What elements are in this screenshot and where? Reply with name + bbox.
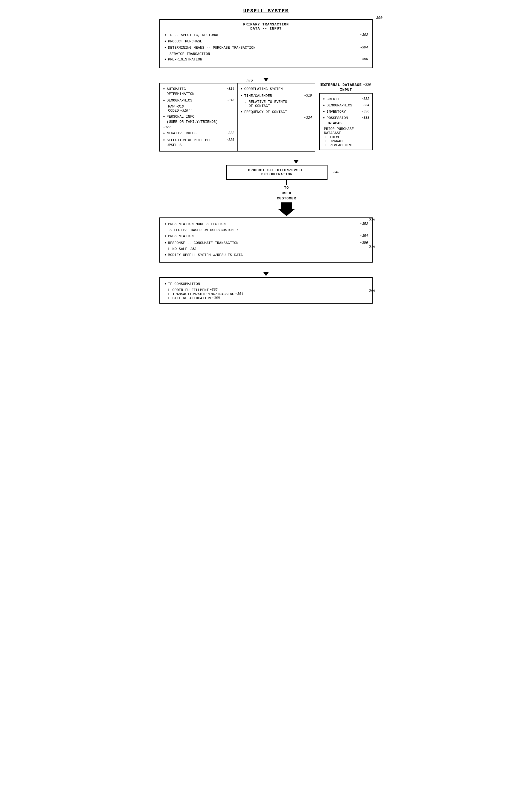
ext-db-box: • CREDIT ~332 • DEMOGRAPHICS ~334 • INVE…	[319, 93, 373, 150]
item-ext-demo: • DEMOGRAPHICS ~334	[323, 103, 369, 108]
ref-312: 312	[247, 79, 253, 83]
ref-364: ~364	[235, 292, 243, 296]
page-title: UPSELL SYSTEM	[159, 8, 373, 14]
item-theme: L THEME	[325, 135, 369, 139]
item-pres-mode: • PRESENTATION MODE SELECTION ~352 SELEC…	[164, 222, 368, 232]
item-freq-contact: • FREQUENCY OF CONTACT	[240, 110, 312, 115]
bullet-prereg: •	[164, 57, 167, 62]
presentation-box: • PRESENTATION MODE SELECTION ~352 SELEC…	[159, 217, 373, 263]
ref-316pp: ~316''	[180, 109, 192, 113]
item-relative-events: L RELATIVE TO EVENTS	[245, 100, 312, 104]
primary-transaction-box: 300 PRIMARY TRANSACTION DATA -- INPUT • …	[159, 19, 373, 68]
to-user-label: TO USER CUSTOMER	[277, 185, 296, 201]
item-time-cal: • TIME/CALENDER ~318 L RELATIVE TO EVENT…	[240, 94, 312, 108]
item-billing-allocation: L BILLING ALLOCATION ~368	[168, 296, 368, 300]
ref-340: ~340	[331, 170, 339, 174]
arrow-310-to-product	[159, 152, 373, 165]
product-sel-line2: DETERMINATION	[232, 172, 322, 177]
item-personal-info: • PERSONAL INFO(USER OR FAMILY/FRIENDS) …	[163, 114, 234, 129]
text-id: ID -- SPECIFIC, REGIONAL	[168, 33, 360, 38]
ref-300: 300	[376, 16, 382, 20]
final-box: • IF CONSUMMATION L ORDER FULFILLMENT ~3…	[159, 277, 373, 304]
page: UPSELL SYSTEM 300 PRIMARY TRANSACTION DA…	[159, 8, 373, 803]
primary-box-title: PRIMARY TRANSACTION DATA -- INPUT	[164, 22, 368, 31]
presentation-section: 350 370 • PRESENTATION MODE SELECTION ~3…	[159, 217, 373, 263]
item-upgrade: L UPGRADE	[325, 139, 369, 143]
item-demographics: • DEMOGRAPHICS ~316 RAW ~316' CODED ~316…	[163, 98, 234, 113]
ref-324: ~324	[240, 116, 312, 120]
item-of-contact: L OF CONTACT	[245, 104, 312, 108]
ref-316: ~316	[226, 98, 234, 103]
item-multiple-upsells: • SELECTION OF MULTIPLE UPSELLS ~326	[163, 138, 234, 148]
ref-304: ~304	[360, 45, 368, 50]
box-310-right: • CORRELATING SYSTEM • TIME/CALENDER ~31…	[238, 83, 315, 151]
ext-db-label: EXTERNAL DATABASE	[321, 83, 362, 87]
item-demo-coded: CODED ~316''	[168, 109, 234, 113]
box-310: • AUTOMATICDETERMINATION ~314 • DEMOGRAP…	[159, 83, 315, 152]
item-if-consummation: • IF CONSUMMATION	[164, 282, 368, 287]
text-pp: PRODUCT PURCHASE	[168, 39, 368, 44]
ref-356: ~356	[360, 241, 368, 245]
ref-368: ~368	[212, 296, 220, 300]
ref-362: ~362	[210, 288, 218, 292]
arrow-primary-to-310	[159, 68, 373, 83]
arrow-pres-to-final	[159, 263, 373, 277]
item-order-fulfillment: L ORDER FULFILLMENT ~362	[168, 288, 368, 292]
ref-302: ~302	[360, 33, 368, 37]
box-310-left: • AUTOMATICDETERMINATION ~314 • DEMOGRAP…	[160, 83, 238, 151]
big-arrow-down	[278, 202, 295, 216]
external-db-section: EXTERNAL DATABASE ~330 INPUT • CREDIT ~3…	[319, 83, 373, 150]
ref-314: ~314	[226, 87, 234, 91]
item-id: • ID -- SPECIFIC, REGIONAL ~302	[164, 33, 368, 38]
ext-db-input-label: INPUT	[319, 88, 373, 92]
ref-358: ~358	[188, 247, 196, 251]
item-inventory: • INVENTORY ~336	[323, 109, 369, 114]
ref-332: ~332	[361, 97, 369, 102]
text-det: DETERMINING MEANS -- PURCHASE TRANSACTIO…	[168, 45, 360, 50]
ref-338: ~338	[361, 116, 369, 120]
ref-354: ~354	[360, 234, 368, 239]
item-prior-purchase: PRIOR PURCHASEDATABASE	[324, 127, 369, 135]
item-demo-raw: RAW ~316'	[168, 105, 234, 109]
bullet-det: •	[164, 45, 167, 50]
product-sel-box: PRODUCT SELECTION/UPSELL DETERMINATION ~…	[226, 165, 328, 180]
item-presentation: • PRESENTATION ~354	[164, 234, 368, 239]
product-sel-section: PRODUCT SELECTION/UPSELL DETERMINATION ~…	[159, 165, 373, 180]
final-section: 360 • IF CONSUMMATION L ORDER FULFILLMEN…	[159, 277, 373, 304]
middle-section: 312 310 • AUTOMATICDETERMINATION ~314 •	[159, 83, 373, 152]
ref-330: ~330	[363, 83, 371, 87]
product-sel-line1: PRODUCT SELECTION/UPSELL	[232, 168, 322, 172]
ref-352: ~352	[360, 222, 368, 227]
text-prereg: PRE-REGISTRATION	[168, 57, 360, 62]
item-possession-db: • POSSESSIONDATABASE ~338 PRIOR PURCHASE…	[323, 116, 369, 147]
item-negative-rules: • NEGATIVE RULES ~322	[163, 131, 234, 136]
ref-336: ~336	[361, 109, 369, 114]
ext-db-header: EXTERNAL DATABASE ~330	[319, 83, 373, 87]
item-determining: • DETERMINING MEANS -- PURCHASE TRANSACT…	[164, 45, 368, 56]
item-auto-det: • AUTOMATICDETERMINATION ~314	[163, 87, 234, 96]
item-modify-upsell: • MODIFY UPSELL SYSTEM w/RESULTS DATA	[164, 253, 368, 258]
ref-322: ~322	[226, 131, 234, 136]
item-replacement: L REPLACEMENT	[325, 143, 369, 148]
ref-306: ~306	[360, 57, 368, 62]
bullet-id: •	[164, 33, 167, 38]
bullet-pp: •	[164, 39, 167, 44]
to-user-section: TO USER CUSTOMER	[159, 180, 373, 216]
ref-334: ~334	[361, 103, 369, 108]
item-product-purchase: • PRODUCT PURCHASE	[164, 39, 368, 44]
item-prereg: • PRE-REGISTRATION ~306	[164, 57, 368, 62]
item-transaction-shipping: L TRANSACTION/SHIPPING/TRACKING ~364	[168, 292, 368, 296]
ref-326: ~326	[226, 138, 234, 142]
text-det-sub: SERVICE TRANSACTION	[170, 52, 368, 56]
item-pres-mode-sub: SELECTIVE BASED ON USER/CUSTOMER	[170, 228, 368, 232]
item-credit: • CREDIT ~332	[323, 97, 369, 102]
ref-318: ~318	[304, 94, 312, 98]
item-correlating: • CORRELATING SYSTEM	[240, 87, 312, 92]
ref-316p: ~316'	[176, 105, 186, 109]
item-response: • RESPONSE -- CONSUMATE TRANSACTION ~356…	[164, 241, 368, 251]
item-no-sale: L NO SALE ~358	[168, 247, 368, 251]
ref-320: ~320	[163, 125, 234, 129]
